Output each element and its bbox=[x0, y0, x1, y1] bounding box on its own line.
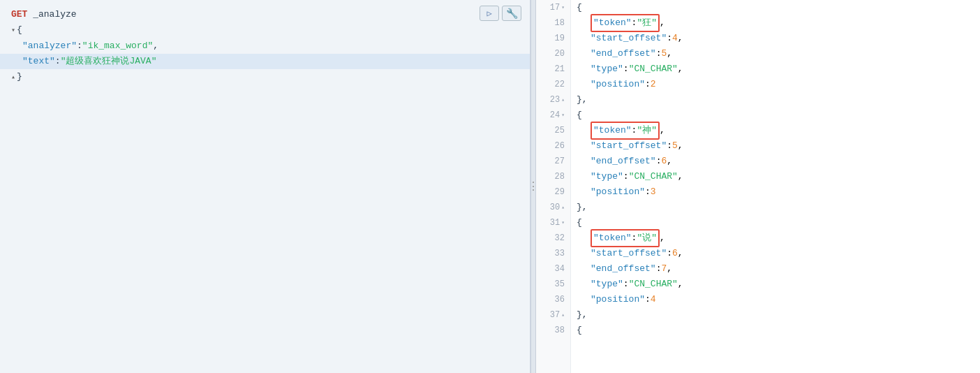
json-line-38: { bbox=[574, 323, 980, 338]
json-line-23: }, bbox=[574, 92, 980, 108]
json-line-28: "type" : "CN_CHAR", bbox=[574, 169, 980, 184]
line-number-25: 25 bbox=[536, 123, 570, 138]
line-numbers: 17▾181920212223▴24▾252627282930▴31▾32333… bbox=[536, 0, 571, 373]
request-line-analyzer: "analyzer" : "ik_max_word" , bbox=[11, 38, 519, 54]
line-number-36: 36 bbox=[536, 292, 570, 307]
request-line-open: ▾ { bbox=[11, 22, 519, 38]
json-line-31: { bbox=[574, 215, 980, 231]
line-number-29: 29 bbox=[536, 184, 570, 200]
json-line-29: "position" : 3 bbox=[574, 184, 980, 200]
collapse-arrow-37[interactable]: ▴ bbox=[561, 307, 565, 323]
line-number-23: 23▴ bbox=[536, 92, 570, 108]
request-line-method: GET _analyze bbox=[11, 7, 519, 22]
json-line-17: { bbox=[574, 0, 980, 15]
settings-icon: 🔧 bbox=[506, 8, 518, 20]
collapse-arrow-17[interactable]: ▾ bbox=[561, 0, 565, 15]
close-brace: } bbox=[17, 69, 22, 85]
panel-divider[interactable]: ⋮ bbox=[530, 0, 536, 373]
json-line-33: "start_offset" : 6, bbox=[574, 246, 980, 261]
json-line-24: { bbox=[574, 108, 980, 123]
line-number-19: 19 bbox=[536, 31, 570, 46]
line-number-35: 35 bbox=[536, 277, 570, 292]
line-number-17: 17▾ bbox=[536, 0, 570, 15]
left-panel: ▷ 🔧 GET _analyze ▾ { "analyzer" : "ik_ma… bbox=[0, 0, 530, 373]
right-panel: 17▾181920212223▴24▾252627282930▴31▾32333… bbox=[536, 0, 980, 373]
line-number-38: 38 bbox=[536, 323, 570, 338]
line-number-20: 20 bbox=[536, 46, 570, 61]
text-key: "text" bbox=[11, 54, 55, 69]
json-line-25: "token" : "神", bbox=[574, 123, 980, 138]
line-number-37: 37▴ bbox=[536, 307, 570, 323]
line-number-26: 26 bbox=[536, 138, 570, 154]
request-editor[interactable]: GET _analyze ▾ { "analyzer" : "ik_max_wo… bbox=[0, 0, 530, 373]
line-number-32: 32 bbox=[536, 231, 570, 246]
json-line-26: "start_offset" : 5, bbox=[574, 138, 980, 154]
request-line-text: "text" : "超级喜欢狂神说JAVA" bbox=[0, 54, 530, 69]
line-number-21: 21 bbox=[536, 61, 570, 77]
line-number-27: 27 bbox=[536, 154, 570, 169]
collapse-arrow-31[interactable]: ▾ bbox=[561, 215, 565, 231]
http-method: GET bbox=[11, 7, 27, 22]
json-line-37: }, bbox=[574, 307, 980, 323]
line-number-28: 28 bbox=[536, 169, 570, 184]
open-brace: { bbox=[17, 22, 22, 38]
json-line-21: "type" : "CN_CHAR", bbox=[574, 61, 980, 77]
text-value: "超级喜欢狂神说JAVA" bbox=[61, 54, 157, 69]
line-number-22: 22 bbox=[536, 77, 570, 92]
json-line-34: "end_offset" : 7, bbox=[574, 261, 980, 277]
run-icon: ▷ bbox=[487, 8, 491, 19]
json-content: {"token" : "狂","start_offset" : 4,"end_o… bbox=[571, 0, 980, 373]
token-highlight-18: "token" : "狂" bbox=[591, 14, 660, 32]
line-number-18: 18 bbox=[536, 15, 570, 31]
line-number-34: 34 bbox=[536, 261, 570, 277]
line-number-33: 33 bbox=[536, 246, 570, 261]
analyzer-key: "analyzer" bbox=[22, 38, 77, 54]
token-highlight-25: "token" : "神" bbox=[591, 122, 660, 140]
json-line-20: "end_offset" : 5, bbox=[574, 46, 980, 61]
json-line-19: "start_offset" : 4, bbox=[574, 31, 980, 46]
line-number-30: 30▴ bbox=[536, 200, 570, 215]
json-line-35: "type" : "CN_CHAR", bbox=[574, 277, 980, 292]
analyzer-value: "ik_max_word" bbox=[82, 38, 153, 54]
line-number-24: 24▾ bbox=[536, 108, 570, 123]
collapse-arrow-23[interactable]: ▴ bbox=[561, 92, 565, 108]
collapse-arrow-30[interactable]: ▴ bbox=[561, 200, 565, 215]
toolbar: ▷ 🔧 bbox=[480, 6, 521, 21]
json-line-18: "token" : "狂", bbox=[574, 15, 980, 31]
collapse-arrow-24[interactable]: ▾ bbox=[561, 108, 565, 123]
collapse-icon[interactable]: ▾ bbox=[11, 23, 15, 38]
json-line-30: }, bbox=[574, 200, 980, 215]
json-line-22: "position" : 2 bbox=[574, 77, 980, 92]
settings-button[interactable]: 🔧 bbox=[502, 6, 521, 21]
json-line-36: "position" : 4 bbox=[574, 292, 980, 307]
request-line-close: ▴ } bbox=[11, 69, 519, 85]
line-number-31: 31▾ bbox=[536, 215, 570, 231]
run-button[interactable]: ▷ bbox=[480, 6, 499, 21]
token-highlight-32: "token" : "说" bbox=[591, 229, 660, 247]
json-line-27: "end_offset" : 6, bbox=[574, 154, 980, 169]
json-line-32: "token" : "说", bbox=[574, 231, 980, 246]
collapse-close-icon[interactable]: ▴ bbox=[11, 70, 15, 85]
endpoint: _analyze bbox=[33, 7, 76, 22]
